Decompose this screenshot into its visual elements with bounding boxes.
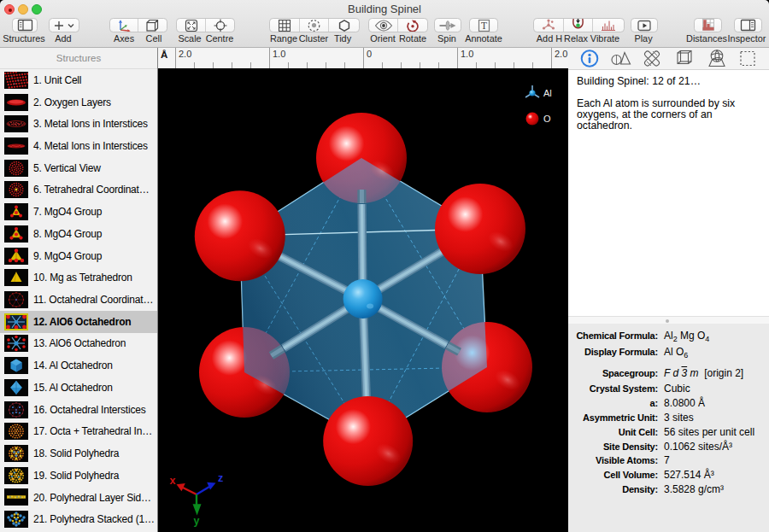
svg-text:T: T — [480, 20, 486, 31]
svg-text:2.0: 2.0 — [179, 49, 191, 59]
svg-text:x: x — [170, 475, 176, 487]
svg-text:1.0: 1.0 — [273, 49, 285, 59]
svg-text:Al: Al — [543, 88, 552, 98]
svg-text:0: 0 — [367, 49, 372, 59]
svg-text:y: y — [194, 515, 200, 527]
svg-text:1.0: 1.0 — [461, 49, 473, 59]
svg-text:2.0: 2.0 — [555, 49, 567, 59]
svg-text:z: z — [218, 472, 223, 484]
svg-text:O: O — [543, 114, 551, 124]
svg-text:Å: Å — [161, 50, 167, 60]
